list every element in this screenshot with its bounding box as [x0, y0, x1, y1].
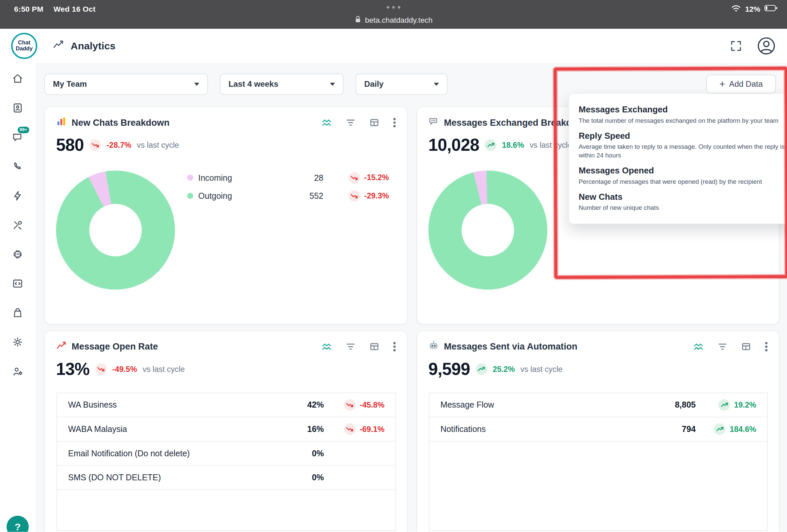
chevron-down-icon [434, 83, 439, 86]
donut-legend: Incoming 28 -15.2% Outgoing 552 -29.3% [187, 168, 389, 205]
team-filter-dropdown[interactable]: My Team [44, 74, 208, 95]
popover-item-title: Messages Opened [579, 166, 786, 176]
account-avatar-button[interactable] [757, 36, 776, 56]
sidebar-item-ai-bot[interactable]: AI [0, 241, 35, 270]
address-bar[interactable]: beta.chatdaddy.tech [355, 15, 432, 25]
tab-dots-icon[interactable] [387, 6, 401, 9]
popover-item-new-chats[interactable]: New Chats Number of new unique chats [579, 189, 786, 215]
add-data-label: Add Data [729, 79, 763, 88]
kebab-menu-icon[interactable] [393, 118, 396, 127]
card-title: Messages Exchanged Breakdown [444, 118, 590, 128]
trend-percent: 25.2% [492, 365, 514, 374]
wifi-icon [731, 4, 741, 14]
status-date: Wed 16 Oct [54, 5, 96, 13]
card-message-open-rate: Message Open Rate 13% -49.5% vs last cyc… [44, 331, 407, 532]
sidebar-item-calls[interactable] [0, 153, 35, 182]
legend-value: 552 [283, 191, 323, 201]
row-name: Message Flow [441, 400, 650, 410]
filter-icon[interactable] [717, 342, 727, 352]
legend-value: 28 [283, 173, 323, 183]
trend-up-icon [485, 140, 496, 151]
card-title: Message Open Rate [72, 341, 158, 352]
edit-table-icon[interactable] [369, 342, 379, 352]
filter-icon[interactable] [345, 342, 356, 352]
vs-last-cycle: vs last cycle [137, 141, 179, 149]
tools-icon [12, 219, 23, 233]
status-time: 6:50 PM [14, 5, 43, 13]
card-title: Messages Sent via Automation [444, 341, 577, 352]
sidebar-item-developer[interactable] [0, 270, 35, 299]
contacts-icon [12, 102, 23, 115]
popover-item-desc: The total number of messages exchanged o… [579, 116, 786, 125]
popover-item-title: Reply Speed [579, 131, 786, 142]
popover-item-desc: Average time taken to reply to a message… [579, 143, 786, 159]
fullscreen-button[interactable] [730, 39, 743, 52]
inbox-unread-badge: 99+ [18, 127, 29, 133]
row-value: 8,805 [650, 400, 696, 410]
chevron-down-icon [194, 83, 199, 86]
phone-icon [12, 161, 23, 174]
kebab-menu-icon[interactable] [765, 342, 768, 352]
home-icon [12, 73, 23, 86]
team-filter-value: My Team [53, 80, 87, 89]
filter-icon[interactable] [345, 118, 356, 127]
row-value: 794 [650, 424, 696, 434]
popover-item-messages-exchanged[interactable]: Messages Exchanged The total number of m… [579, 101, 786, 128]
chatdaddy-logo[interactable]: Chat Daddy [11, 33, 37, 59]
robot-icon [428, 340, 439, 353]
help-button[interactable]: ? [7, 516, 29, 532]
user-settings-icon [12, 366, 23, 379]
logo-line1: Chat [18, 40, 30, 46]
sidebar-item-contacts[interactable] [0, 94, 35, 124]
analytics-chart-icon [52, 39, 64, 53]
sidebar-item-home[interactable] [0, 65, 35, 94]
card-new-chats-breakdown: New Chats Breakdown 580 -28.7% vs last c… [44, 106, 407, 324]
lightning-icon [12, 190, 23, 203]
sidebar-item-tools[interactable] [0, 211, 35, 241]
page-title-group: Analytics [52, 39, 115, 53]
row-name: Email Notification (Do not delete) [68, 449, 278, 458]
edit-table-icon[interactable] [369, 118, 379, 127]
granularity-value: Daily [364, 80, 383, 89]
chart-type-toggle-icon[interactable] [321, 118, 332, 128]
lock-icon [355, 15, 361, 25]
popover-item-desc: Number of new unique chats [579, 204, 786, 212]
sidebar-item-team[interactable] [0, 358, 35, 387]
granularity-dropdown[interactable]: Daily [356, 74, 448, 95]
svg-text:AI: AI [16, 253, 19, 256]
kebab-menu-icon[interactable] [393, 342, 396, 352]
sidebar-item-inbox[interactable]: 99+ [0, 124, 35, 153]
chat-inbox-icon [12, 132, 23, 145]
row-name: SMS (DO NOT DELETE) [68, 473, 278, 483]
vs-last-cycle: vs last cycle [520, 365, 562, 374]
sidebar-item-settings[interactable] [0, 328, 35, 358]
table-row: Email Notification (Do not delete) 0% [57, 442, 396, 466]
row-change: 19.2% [734, 400, 756, 409]
add-data-button[interactable]: + Add Data [706, 75, 776, 93]
battery-icon [764, 5, 778, 13]
metric-value: 9,599 [428, 359, 470, 379]
legend-row: Outgoing 552 -29.3% [187, 187, 389, 205]
legend-dot-incoming [187, 174, 193, 180]
edit-table-icon[interactable] [741, 342, 751, 352]
popover-item-messages-opened[interactable]: Messages Opened Percentage of messages t… [579, 163, 786, 189]
sidebar-item-automations[interactable] [0, 182, 35, 211]
card-title: New Chats Breakdown [72, 118, 170, 128]
filters-row: My Team Last 4 weeks Daily + Add Data [44, 74, 779, 95]
popover-item-reply-speed[interactable]: Reply Speed Average time taken to reply … [579, 128, 786, 163]
add-data-popover: Messages Exchanged The total number of m… [569, 93, 787, 224]
trend-percent: -28.7% [107, 141, 131, 149]
chart-type-toggle-icon[interactable] [321, 341, 332, 352]
url-text: beta.chatdaddy.tech [365, 16, 433, 24]
legend-row: Incoming 28 -15.2% [187, 168, 389, 187]
legend-change: -29.3% [364, 191, 389, 200]
legend-label: Outgoing [198, 191, 232, 201]
date-range-dropdown[interactable]: Last 4 weeks [220, 74, 344, 95]
metric-value: 580 [56, 135, 84, 155]
chart-type-toggle-icon[interactable] [693, 341, 704, 352]
shopping-bag-icon [12, 307, 23, 320]
sidebar-item-shop[interactable] [0, 299, 35, 328]
status-bar: 6:50 PM Wed 16 Oct beta.chatdaddy.tech 1… [0, 0, 787, 29]
logo-line2: Daddy [16, 46, 33, 52]
legend-dot-outgoing [187, 193, 193, 199]
